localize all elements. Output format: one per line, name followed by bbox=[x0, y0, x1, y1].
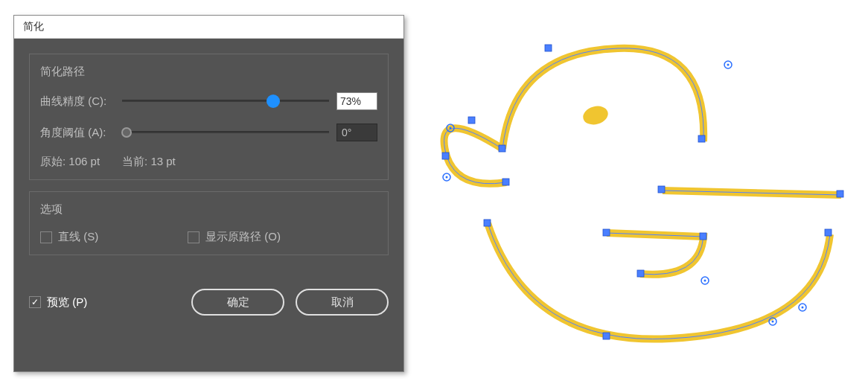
cancel-button[interactable]: 取消 bbox=[296, 289, 389, 316]
show-original-option[interactable]: 显示原路径 (O) bbox=[188, 230, 281, 244]
anchor-point-icon[interactable] bbox=[698, 135, 705, 142]
section-title-options: 选项 bbox=[40, 202, 377, 217]
simplify-dialog: 简化 简化路径 曲线精度 (C): 角度阈值 (A): 0° bbox=[13, 15, 404, 372]
svg-point-9 bbox=[802, 307, 804, 309]
current-stat: 当前: 13 pt bbox=[122, 155, 176, 169]
svg-point-3 bbox=[450, 127, 452, 129]
canvas-preview[interactable] bbox=[417, 0, 864, 384]
svg-point-1 bbox=[727, 64, 730, 66]
handle-icon[interactable] bbox=[443, 173, 450, 181]
original-stat: 原始: 106 pt bbox=[40, 155, 100, 169]
anchor-point-icon[interactable] bbox=[468, 117, 475, 124]
curve-precision-slider[interactable] bbox=[122, 100, 329, 102]
svg-point-11 bbox=[772, 321, 774, 323]
duck-eye-icon bbox=[581, 103, 610, 127]
handle-icon[interactable] bbox=[799, 304, 806, 311]
angle-threshold-row: 角度阈值 (A): 0° bbox=[40, 124, 377, 141]
anchor-point-icon[interactable] bbox=[658, 186, 665, 193]
dialog-body: 简化路径 曲线精度 (C): 角度阈值 (A): 0° 原始: bbox=[14, 39, 403, 281]
show-original-label: 显示原路径 (O) bbox=[205, 230, 281, 244]
duck-beak-path bbox=[444, 128, 506, 184]
angle-threshold-display[interactable]: 0° bbox=[336, 124, 377, 141]
anchor-point-icon[interactable] bbox=[637, 270, 644, 277]
curve-precision-row: 曲线精度 (C): bbox=[40, 92, 377, 110]
curve-precision-label: 曲线精度 (C): bbox=[40, 95, 122, 109]
preview-checkbox-icon[interactable] bbox=[29, 296, 41, 308]
anchor-point-icon[interactable] bbox=[499, 145, 505, 152]
anchor-point-icon[interactable] bbox=[837, 191, 843, 197]
anchor-point-icon[interactable] bbox=[484, 220, 491, 226]
handle-icon[interactable] bbox=[724, 61, 732, 68]
stats-row: 原始: 106 pt 当前: 13 pt bbox=[40, 155, 377, 169]
ok-button[interactable]: 确定 bbox=[191, 289, 284, 316]
anchor-point-icon[interactable] bbox=[603, 333, 610, 339]
anchor-point-icon[interactable] bbox=[700, 233, 706, 240]
straight-line-label: 直线 (S) bbox=[58, 230, 98, 244]
preview-option[interactable]: 预览 (P) bbox=[29, 295, 87, 310]
duck-head-path bbox=[502, 48, 703, 149]
preview-label: 预览 (P) bbox=[47, 295, 87, 310]
section-title-path: 简化路径 bbox=[40, 65, 377, 79]
svg-point-7 bbox=[704, 280, 706, 282]
angle-threshold-label: 角度阈值 (A): bbox=[40, 126, 122, 140]
options-section: 选项 直线 (S) 显示原路径 (O) bbox=[29, 191, 389, 255]
duck-body-path bbox=[488, 223, 830, 339]
duck-artwork bbox=[417, 0, 864, 384]
simplify-path-section: 简化路径 曲线精度 (C): 角度阈值 (A): 0° 原始: bbox=[29, 54, 389, 180]
checkbox-icon[interactable] bbox=[188, 231, 200, 243]
svg-point-5 bbox=[446, 176, 448, 179]
options-checkbox-row: 直线 (S) 显示原路径 (O) bbox=[40, 230, 377, 244]
anchor-point-icon[interactable] bbox=[442, 153, 449, 159]
dialog-title: 简化 bbox=[14, 16, 403, 39]
slider-thumb-icon[interactable] bbox=[121, 127, 132, 138]
angle-threshold-slider[interactable] bbox=[122, 132, 329, 133]
anchor-point-icon[interactable] bbox=[545, 45, 552, 51]
anchor-point-icon[interactable] bbox=[603, 229, 610, 236]
straight-line-option[interactable]: 直线 (S) bbox=[40, 230, 98, 244]
anchor-point-icon[interactable] bbox=[502, 179, 509, 185]
slider-thumb-icon[interactable] bbox=[267, 95, 280, 108]
duck-wing-path bbox=[607, 233, 703, 275]
curve-precision-input[interactable] bbox=[336, 92, 377, 110]
anchor-point-icon[interactable] bbox=[825, 229, 832, 236]
dialog-footer: 预览 (P) 确定 取消 bbox=[14, 281, 403, 327]
handle-icon[interactable] bbox=[701, 277, 709, 284]
checkbox-icon[interactable] bbox=[40, 231, 52, 243]
